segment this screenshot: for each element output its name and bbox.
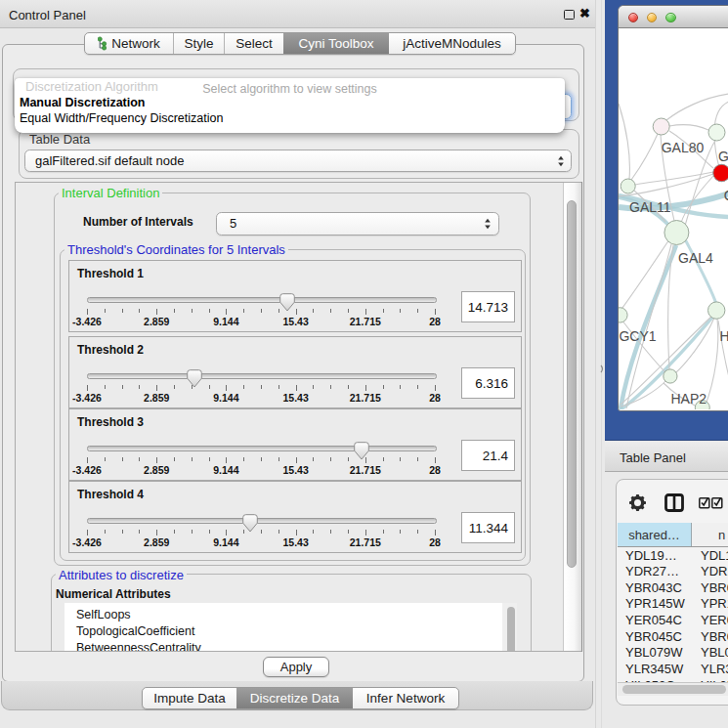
slider-track[interactable] [87, 297, 437, 303]
minor-tick [330, 457, 331, 461]
tab-select[interactable]: Select [225, 33, 283, 54]
minor-tick [261, 530, 262, 534]
slider-track[interactable] [87, 446, 437, 451]
table-row[interactable]: YBR045CYBR04 [618, 628, 728, 645]
table-row[interactable]: YBL079WYBL07 [618, 645, 728, 662]
cell-name: YER05 [701, 612, 728, 628]
tick-label: 9.144 [203, 536, 248, 548]
apply-button[interactable]: Apply [263, 657, 329, 677]
close-traffic-light[interactable] [628, 13, 639, 23]
tab-cyni-toolbox[interactable]: Cyni Toolbox [283, 33, 389, 54]
control-panel: Control Panel ✖ NetworkStyleSelectCyni T… [0, 0, 595, 710]
column-header-name[interactable]: n [692, 523, 728, 546]
popup-item-manual-discretization[interactable]: Manual Discretization [20, 96, 146, 109]
settings-scrollbar-thumb[interactable] [567, 200, 577, 568]
tick-label: 28 [412, 536, 457, 548]
tab-label: Network [111, 36, 160, 51]
minor-tick [209, 457, 210, 461]
slider-thumb[interactable] [242, 514, 258, 533]
tick-label: 9.144 [203, 464, 248, 476]
slider-thumb[interactable] [279, 293, 295, 312]
minor-tick [122, 530, 123, 534]
table-row[interactable]: YDR27…YDR27 [618, 563, 728, 579]
slider-thumb[interactable] [354, 442, 369, 460]
float-window-icon[interactable] [564, 10, 575, 20]
gear-icon[interactable] [629, 494, 646, 511]
tab-network[interactable]: Network [85, 33, 174, 54]
slider-track[interactable] [87, 518, 437, 524]
minimize-traffic-light[interactable] [647, 13, 658, 23]
settings-scrollbar[interactable] [563, 183, 581, 651]
minor-tick [174, 385, 175, 389]
cell-name: YBL07 [701, 645, 728, 662]
threshold-value-field[interactable]: 21.4 [461, 440, 515, 471]
table-row[interactable]: YER054CYER05 [618, 612, 728, 628]
zoom-traffic-light[interactable] [665, 13, 676, 23]
slider-thumb[interactable] [187, 369, 202, 388]
threshold-value-field[interactable]: 6.316 [461, 367, 515, 399]
splitter-grip[interactable] [600, 360, 606, 368]
numerical-attributes-label: Numerical Attributes [56, 587, 171, 601]
threshold-label: Threshold 1 [77, 267, 144, 280]
attributes-list[interactable]: SelfLoopsTopologicalCoefficientBetweenne… [64, 603, 502, 651]
tab-jactivemnodules[interactable]: jActiveMNodules [389, 33, 515, 54]
slider-track[interactable] [87, 373, 437, 379]
tick-label: 9.144 [203, 316, 248, 327]
number-of-intervals-combobox[interactable]: 5 [216, 212, 499, 236]
attribute-item[interactable]: TopologicalCoefficient [64, 623, 502, 640]
minor-tick [313, 385, 314, 389]
control-panel-titlebar: Control Panel ✖ [0, 0, 595, 28]
minor-tick [383, 530, 384, 534]
tick-label: -3.426 [64, 536, 109, 548]
major-tick [365, 309, 366, 315]
table-row[interactable]: YLR345WYLR34 [618, 661, 728, 677]
node-label-c: C [724, 188, 728, 203]
table-row[interactable]: YPR145WYPR14 [618, 596, 728, 613]
columns-icon[interactable] [664, 493, 684, 512]
table-data-combobox[interactable]: galFiltered.sif default node [24, 150, 572, 173]
minor-tick [383, 309, 384, 313]
table-row[interactable]: YBR043CYBR04 [618, 579, 728, 596]
algorithm-popup-prompt[interactable]: Select algorithm to view settings [15, 82, 565, 96]
cell-name: YDL19 [701, 547, 728, 564]
panel-divider-line [595, 0, 596, 728]
tick-label: -3.426 [64, 316, 109, 327]
table-hscrollbar-thumb[interactable] [622, 685, 726, 694]
table-data-group-title: Table Data [26, 132, 93, 147]
threshold-box-4: Threshold 4-3.4262.8599.14415.4321.71528… [68, 481, 522, 553]
minor-tick [105, 530, 106, 534]
minor-tick [243, 385, 244, 389]
minor-tick [400, 385, 401, 389]
tab-style[interactable]: Style [174, 33, 225, 54]
attribute-item[interactable]: BetweennessCentrality [64, 640, 502, 651]
attribute-item[interactable]: SelfLoops [64, 607, 502, 623]
checkbox-icons[interactable] [699, 497, 723, 509]
attributes-group-title: Attributes to discretize [56, 568, 187, 582]
column-header-shared-name[interactable]: shared… [618, 523, 692, 546]
minor-tick [105, 385, 106, 389]
table-panel-card: shared… n YDL19…YDL19YDR27…YDR27YBR043CY… [616, 479, 728, 706]
cell-shared-name: YBR045C [625, 628, 682, 645]
major-tick [156, 530, 157, 535]
attributes-list-scrollbar-thumb[interactable] [507, 607, 515, 651]
threshold-value-field[interactable]: 14.713 [461, 291, 515, 322]
minor-tick [400, 309, 401, 313]
algorithm-dropdown-popup: Discretization Algorithm Select algorith… [15, 78, 565, 133]
tab-discretize-data[interactable]: Discretize Data [236, 688, 353, 708]
minor-tick [313, 530, 314, 534]
table-row[interactable]: YDL19…YDL19 [618, 547, 728, 564]
tab-impute-data[interactable]: Impute Data [143, 688, 236, 708]
minor-tick [139, 309, 140, 313]
threshold-value-field[interactable]: 11.344 [461, 512, 515, 543]
network-icon [98, 36, 107, 51]
popup-item-equal-width-frequency-discretization[interactable]: Equal Width/Frequency Discretization [20, 111, 223, 125]
table-hscrollbar[interactable] [618, 682, 728, 696]
network-graph[interactable] [619, 28, 728, 409]
cell-shared-name: YDR27… [625, 563, 679, 579]
tick-label: 2.859 [134, 464, 179, 476]
close-icon[interactable]: ✖ [579, 6, 590, 21]
tick-label: 21.715 [343, 316, 388, 327]
control-panel-tabs: NetworkStyleSelectCyni ToolboxjActiveMNo… [84, 32, 516, 55]
tab-infer-network[interactable]: Infer Network [353, 688, 458, 708]
cyni-bottom-tabs: Impute DataDiscretize DataInfer Network [142, 687, 459, 709]
